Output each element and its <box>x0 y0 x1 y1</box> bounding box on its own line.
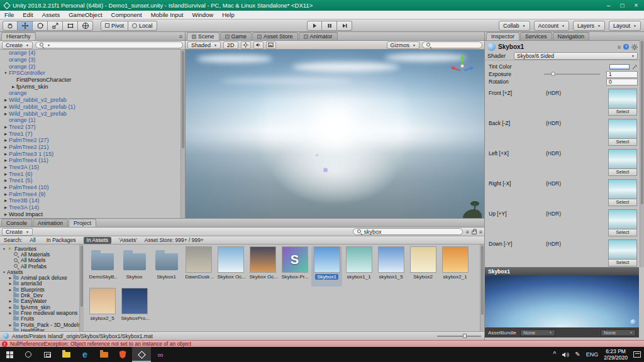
hierarchy-item[interactable]: orange (1) <box>0 117 180 124</box>
rotation-field[interactable]: 0 <box>606 79 638 85</box>
hierarchy-item[interactable]: ▶PalmTree3 1 (15) <box>0 150 180 157</box>
scene-lighting-button[interactable] <box>241 41 251 49</box>
exposure-field[interactable]: 1 <box>606 71 638 78</box>
hierarchy-search[interactable]: ▼ <box>35 41 183 48</box>
select-button[interactable]: Select <box>608 199 637 206</box>
gizmo-center-cube[interactable] <box>460 64 464 68</box>
slider-knob[interactable] <box>551 72 555 76</box>
scene-effects-button[interactable] <box>266 41 276 49</box>
expand-arrow-icon[interactable]: ▶ <box>3 152 9 156</box>
project-tree-item[interactable]: All Models <box>0 258 79 263</box>
action-center-icon[interactable] <box>633 351 641 358</box>
project-tree-item[interactable]: ▶Free medieval weapons <box>0 310 79 315</box>
hierarchy-item[interactable]: ▶Tree1 (6) <box>0 170 180 177</box>
scene-audio-button[interactable] <box>253 41 264 49</box>
asset-item[interactable]: DemoSkyB... <box>87 246 118 287</box>
hierarchy-item[interactable]: ▶Tree3A (14) <box>0 204 180 211</box>
close-button[interactable]: × <box>631 0 641 11</box>
hierarchy-item[interactable]: ▶PalmTree2 (21) <box>0 144 180 151</box>
texture-thumbnail[interactable] <box>608 209 637 229</box>
search-filter-arrow-icon[interactable]: ▼ <box>47 43 50 47</box>
asset-item[interactable]: Skybox2 <box>408 246 438 287</box>
tray-expand-icon[interactable]: ^ <box>553 347 557 362</box>
filter-assets[interactable]: 'Assets' <box>116 237 140 244</box>
project-tree-item[interactable]: ▶Blueprints <box>0 287 79 292</box>
tab-console[interactable]: Console <box>1 219 32 227</box>
pause-button[interactable] <box>322 21 337 31</box>
hierarchy-item[interactable]: ▶Wood Impact <box>0 211 180 218</box>
material-preview[interactable] <box>485 275 639 327</box>
expand-arrow-icon[interactable]: ▶ <box>3 192 9 196</box>
scrollbar-thumb[interactable] <box>80 246 83 307</box>
expand-arrow-icon[interactable]: ▶ <box>8 323 13 327</box>
expand-arrow-icon[interactable]: ▶ <box>3 172 9 176</box>
rotate-tool-button[interactable] <box>33 21 48 31</box>
hierarchy-item[interactable]: ▼FPSController <box>0 70 180 77</box>
scene-orientation-gizmo[interactable] <box>449 53 475 80</box>
expand-arrow-icon[interactable]: ▶ <box>8 311 13 315</box>
filter-in-packages[interactable]: In Packages <box>43 237 79 244</box>
help-icon[interactable]: ? <box>623 44 629 50</box>
tab-animator[interactable]: Animator <box>299 32 338 40</box>
hierarchy-item[interactable]: orange <box>0 90 180 97</box>
menu-edit[interactable]: Edit <box>18 11 37 19</box>
asset-item[interactable]: Skybox1 <box>151 246 182 287</box>
expand-arrow-icon[interactable]: ▶ <box>3 212 9 216</box>
file-explorer-button[interactable] <box>57 347 75 362</box>
expand-arrow-icon[interactable]: ▶ <box>8 282 13 285</box>
hierarchy-item[interactable]: ▶Wild_rabbit_v2_prefab <box>0 97 180 104</box>
hierarchy-search-input[interactable] <box>52 42 179 48</box>
expand-arrow-icon[interactable]: ▶ <box>3 112 9 116</box>
project-tree-item[interactable]: ▶Fruits_Pack - 3D_Models... <box>0 322 79 327</box>
project-tree-item[interactable]: All Materials <box>0 251 79 257</box>
unity-taskbar-button[interactable] <box>132 347 151 362</box>
hierarchy-item[interactable]: ▶fpArms_skin <box>0 83 180 90</box>
pen-icon[interactable]: ✎ <box>575 347 580 362</box>
expand-arrow-icon[interactable]: ▶ <box>3 105 9 109</box>
asset-item[interactable]: skybox2_1 <box>440 246 470 287</box>
project-search-input[interactable] <box>364 229 459 235</box>
expand-arrow-icon[interactable]: ▶ <box>3 158 9 162</box>
task-view-button[interactable] <box>38 347 57 362</box>
menu-component[interactable]: Component <box>107 11 147 19</box>
tab-project[interactable]: Project <box>69 219 96 227</box>
expand-arrow-icon[interactable]: ▶ <box>3 98 9 102</box>
tab-game[interactable]: Game <box>220 32 252 40</box>
taskbar-search-button[interactable] <box>19 347 38 362</box>
expand-arrow-icon[interactable]: ▶ <box>3 138 9 142</box>
scrollbar-thumb[interactable] <box>641 41 643 204</box>
start-button[interactable] <box>0 347 19 362</box>
asset-item[interactable]: Skybox <box>119 246 150 287</box>
project-search[interactable] <box>353 228 463 235</box>
tab-navigation[interactable]: Navigation <box>553 32 590 40</box>
tab-hierarchy[interactable]: Hierarchy <box>1 32 36 40</box>
tint-color-swatch[interactable] <box>609 64 630 70</box>
presets-icon[interactable]: ≡ <box>618 44 621 50</box>
z-axis-icon[interactable] <box>464 67 472 71</box>
hierarchy-item[interactable]: orange (4) <box>0 50 180 57</box>
project-tree-item[interactable]: ▶arteria3d <box>0 281 79 287</box>
thumbnail-size-slider[interactable] <box>437 333 481 339</box>
expand-arrow-icon[interactable]: ▶ <box>8 276 13 280</box>
menu-help[interactable]: Help <box>218 11 239 19</box>
tab-inspector[interactable]: Inspector <box>486 32 519 40</box>
hierarchy-item[interactable]: ▶Tree1 (5) <box>0 177 180 184</box>
hierarchy-item[interactable]: ▶Tree3B (14) <box>0 197 180 204</box>
scene-search-input[interactable] <box>433 42 479 48</box>
asset-item[interactable]: DawnDusk ... <box>183 246 214 287</box>
lock-icon[interactable] <box>472 231 477 234</box>
project-tree-item[interactable]: All Prefabs <box>0 263 79 269</box>
tab-animation[interactable]: Animation <box>33 219 68 227</box>
texture-thumbnail[interactable] <box>608 89 637 109</box>
tree-scrollbar[interactable] <box>79 244 84 331</box>
volume-icon[interactable] <box>562 351 569 358</box>
account-dropdown[interactable]: Account▼ <box>534 21 569 31</box>
menu-assets[interactable]: Assets <box>38 11 65 19</box>
2d-toggle-button[interactable]: 2D <box>223 41 238 49</box>
scrollbar-thumb[interactable] <box>182 51 184 148</box>
rect-tool-button[interactable] <box>63 21 78 31</box>
hierarchy-item[interactable]: ▶PalmTree4 (10) <box>0 184 180 191</box>
preview-header[interactable]: Skybox1 <box>485 267 639 275</box>
expand-arrow-icon[interactable]: ▶ <box>3 206 9 209</box>
expand-arrow-icon[interactable]: ▶ <box>8 305 13 309</box>
